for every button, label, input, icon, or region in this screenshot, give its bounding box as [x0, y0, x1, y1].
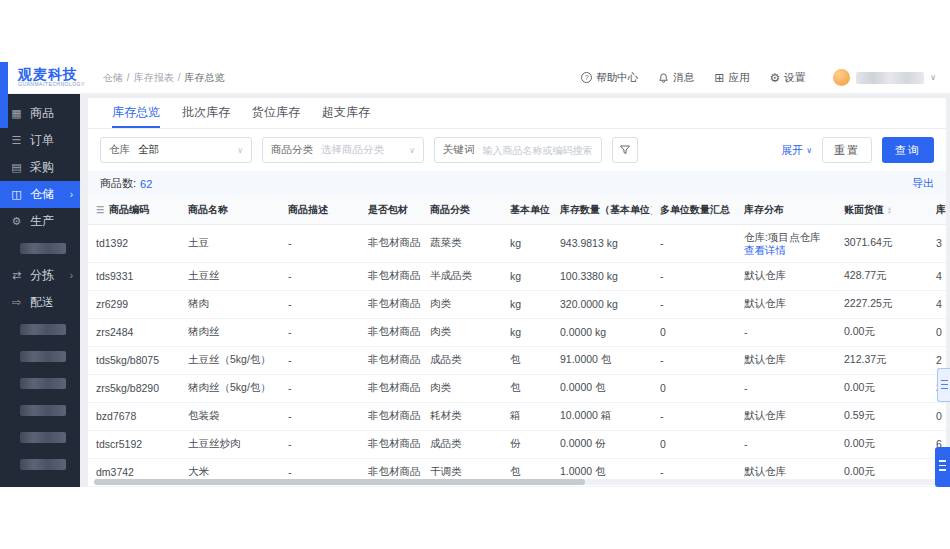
cell-packaging: 非包材商品 [360, 374, 422, 402]
category-select[interactable]: 商品分类 选择商品分类 ∨ [262, 137, 424, 163]
messages-button[interactable]: 消息 [658, 71, 694, 85]
col-header-name: 商品名称 [180, 196, 280, 224]
cell-name: 猪肉丝（5kg/包） [180, 374, 280, 402]
sidebar-item-orders[interactable]: ☰订单 [0, 127, 80, 154]
floating-tab-lower[interactable] [935, 447, 950, 487]
sidebar-item-redacted[interactable] [0, 316, 80, 343]
apps-button[interactable]: ⊞ 应用 [714, 71, 749, 85]
tab-overdraft[interactable]: 超支库存 [322, 98, 370, 128]
table-row: tds9331土豆丝-非包材商品半成品类kg100.3380 kg-默认仓库42… [88, 262, 946, 290]
sidebar-item-purchase[interactable]: ▤采购 [0, 154, 80, 181]
help-center-button[interactable]: ? 帮助中心 [581, 71, 638, 85]
sidebar-item-products[interactable]: ▦商品 [0, 100, 80, 127]
keyword-label: 关键词 [443, 143, 475, 157]
col-header-value[interactable]: 账面货值▲▼ [836, 196, 928, 224]
floating-tab-upper[interactable] [937, 368, 950, 402]
cell-name: 土豆 [180, 224, 280, 262]
cell-qty: 0.0000 份 [552, 430, 652, 458]
breadcrumb-item-warehouse[interactable]: 仓储 [103, 71, 123, 85]
chevron-down-icon: ∨ [403, 146, 415, 155]
cell-qty: 320.0000 kg [552, 290, 652, 318]
cell-value: 0.00元 [836, 318, 928, 346]
cell-distribution: - [736, 374, 836, 402]
col-header-unit: 基本单位 [502, 196, 552, 224]
column-config-icon[interactable]: ☰ [96, 205, 104, 215]
account-menu[interactable]: ∨ [833, 69, 936, 86]
sort-icon[interactable]: ▲▼ [887, 206, 892, 214]
horizontal-scrollbar-thumb[interactable] [94, 479, 585, 485]
export-link[interactable]: 导出 [912, 176, 934, 191]
list-icon [941, 380, 948, 391]
warehouse-select[interactable]: 仓库 全部 ∨ [100, 137, 252, 163]
cell-packaging: 非包材商品 [360, 430, 422, 458]
sidebar-item-redacted[interactable] [0, 235, 80, 262]
sidebar-item-redacted[interactable] [0, 370, 80, 397]
query-button[interactable]: 查询 [882, 137, 934, 163]
chevron-right-icon: › [70, 189, 73, 200]
cell-name: 猪肉丝 [180, 318, 280, 346]
cell-unit: kg [502, 262, 552, 290]
cell-extra: 3 [928, 224, 946, 262]
summary-bar: 商品数: 62 导出 [88, 171, 946, 196]
brand-ribbon [0, 62, 8, 128]
breadcrumb-separator: / [127, 72, 130, 83]
tab-batch[interactable]: 批次库存 [182, 98, 230, 128]
cell-packaging: 非包材商品 [360, 346, 422, 374]
sidebar-item-label: 仓储 [30, 186, 54, 203]
redacted-label [20, 351, 66, 362]
sidebar-item-redacted[interactable] [0, 397, 80, 424]
cell-multi: - [652, 224, 736, 262]
tab-overview[interactable]: 库存总览 [112, 98, 160, 128]
sidebar-item-delivery[interactable]: ⇨配送 [0, 289, 80, 316]
cell-category: 半成品类 [422, 262, 502, 290]
keyword-input[interactable] [483, 145, 594, 156]
brand-subtitle: GUANMAITECHNOLOGY [18, 81, 85, 88]
col-header-qty[interactable]: 库存数量（基本单位）▲▼ [552, 196, 652, 224]
category-placeholder: 选择商品分类 [321, 143, 384, 157]
sorting-icon: ⇄ [10, 269, 23, 282]
sidebar-item-production[interactable]: ⚙生产 [0, 208, 80, 235]
reset-button[interactable]: 重置 [822, 137, 872, 163]
cell-category: 蔬菜类 [422, 224, 502, 262]
sidebar-item-sorting[interactable]: ⇄分拣› [0, 262, 80, 289]
settings-button[interactable]: ⚙ 设置 [769, 71, 805, 85]
brand-logo[interactable]: 观麦科技 GUANMAITECHNOLOGY [18, 67, 85, 88]
inventory-table: ☰商品编码商品名称商品描述是否包材商品分类基本单位库存数量（基本单位）▲▼多单位… [88, 196, 946, 487]
sidebar-item-warehouse[interactable]: ◫仓储› [0, 181, 80, 208]
username-redacted [856, 72, 924, 84]
table-row: tds5kg/b8075土豆丝（5kg/包）-非包材商品成品类包91.0000 … [88, 346, 946, 374]
cell-extra: 4 [928, 290, 946, 318]
cell-code: zrs5kg/b8290 [88, 374, 180, 402]
cell-multi: - [652, 346, 736, 374]
cell-desc: - [280, 224, 360, 262]
advanced-filter-button[interactable] [612, 137, 638, 163]
list-icon [939, 460, 946, 474]
bell-icon [658, 72, 669, 84]
purchase-icon: ▤ [10, 161, 23, 174]
distribution-text: 仓库:项目点仓库 [744, 230, 828, 244]
expand-toggle[interactable]: 展开 ∨ [781, 143, 812, 158]
col-header-desc: 商品描述 [280, 196, 360, 224]
sidebar-item-redacted[interactable] [0, 451, 80, 478]
cell-packaging: 非包材商品 [360, 262, 422, 290]
cell-name: 猪肉 [180, 290, 280, 318]
cell-name: 包装袋 [180, 402, 280, 430]
tab-location[interactable]: 货位库存 [252, 98, 300, 128]
view-detail-link[interactable]: 查看详情 [744, 244, 828, 257]
cell-value: 0.00元 [836, 374, 928, 402]
cell-code: td1392 [88, 224, 180, 262]
cell-code: bzd7678 [88, 402, 180, 430]
cell-multi: - [652, 290, 736, 318]
cell-code: tds9331 [88, 262, 180, 290]
header-label: 商品分类 [430, 204, 470, 215]
sidebar-item-redacted[interactable] [0, 424, 80, 451]
topbar-actions: ? 帮助中心 消息 ⊞ 应用 ⚙ 设置 ∨ [581, 69, 936, 86]
cell-name: 土豆丝（5kg/包） [180, 346, 280, 374]
sidebar-item-redacted[interactable] [0, 343, 80, 370]
keyword-field[interactable]: 关键词 [434, 137, 602, 163]
col-header-category: 商品分类 [422, 196, 502, 224]
cell-distribution: 默认仓库 [736, 290, 836, 318]
breadcrumb-item-report[interactable]: 库存报表 [134, 71, 174, 85]
cell-category: 肉类 [422, 318, 502, 346]
header-label: 是否包材 [368, 204, 408, 215]
